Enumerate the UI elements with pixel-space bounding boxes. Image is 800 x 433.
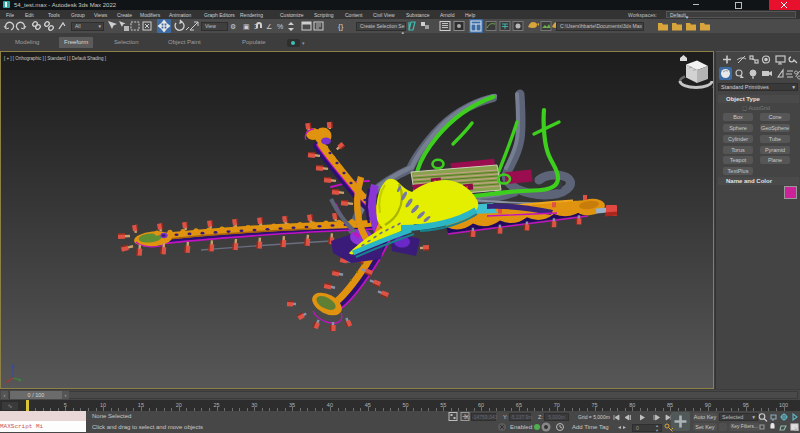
svg-text:{}: {} [338,22,344,31]
svg-text:▣: ▣ [243,23,250,30]
svg-text:∠: ∠ [266,23,272,30]
svg-text:⚙: ⚙ [230,23,236,30]
svg-text:%: % [277,23,283,30]
